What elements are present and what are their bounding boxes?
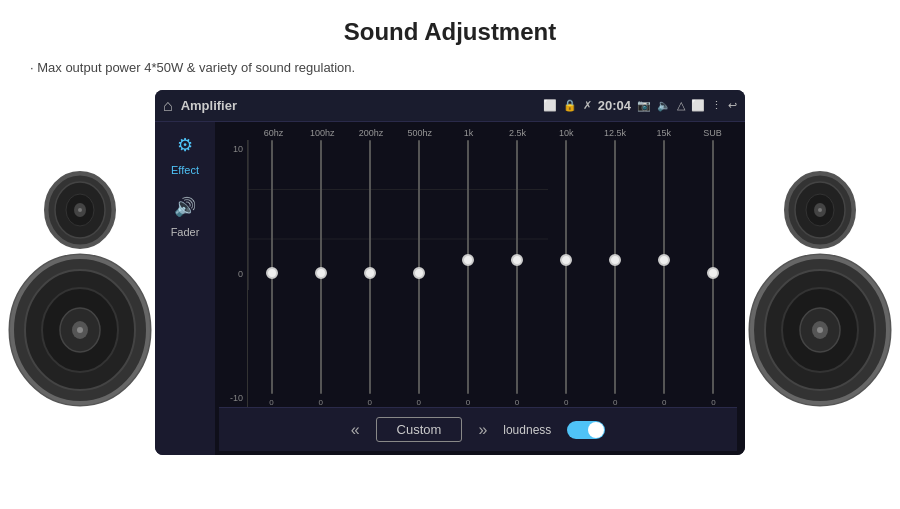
device-wrapper: ⌂ Amplifier ⬜ 🔒 ✗ 20:04 📷 🔈 △ ⬜ ⋮ ↩: [155, 90, 745, 455]
svg-point-11: [78, 208, 82, 212]
speaker-left-svg: [0, 110, 175, 420]
slider-col[interactable]: 0: [543, 140, 590, 407]
triangle-icon: △: [677, 99, 685, 112]
loudness-toggle[interactable]: [567, 421, 605, 439]
next-arrow[interactable]: »: [478, 421, 487, 439]
page-container: Sound Adjustment · Max output power 4*50…: [0, 0, 900, 509]
eq-slider-track[interactable]: [614, 140, 616, 394]
eq-slider-thumb[interactable]: [364, 267, 376, 279]
eq-bottom: « Custom » loudness: [219, 407, 737, 451]
freq-label: 15k: [639, 128, 688, 138]
slider-value: 0: [662, 398, 666, 407]
svg-point-27: [818, 208, 822, 212]
svg-point-5: [77, 327, 83, 333]
freq-label: 200hz: [347, 128, 396, 138]
status-bar: ⌂ Amplifier ⬜ 🔒 ✗ 20:04 📷 🔈 △ ⬜ ⋮ ↩: [155, 90, 745, 122]
slider-value: 0: [711, 398, 715, 407]
eq-slider-track[interactable]: [320, 140, 322, 394]
speaker-right-svg: [725, 110, 900, 420]
volume-icon: 🔈: [657, 99, 671, 112]
slider-col[interactable]: 0: [248, 140, 295, 407]
slider-value: 0: [368, 398, 372, 407]
effect-label[interactable]: Effect: [171, 164, 199, 176]
svg-point-21: [817, 327, 823, 333]
eq-sidebar: ⚙ Effect 🔊 Fader: [155, 122, 215, 455]
slider-col[interactable]: 0: [592, 140, 639, 407]
menu-icon: ⋮: [711, 99, 722, 112]
slider-col[interactable]: 0: [444, 140, 491, 407]
camera-icon: 📷: [637, 99, 651, 112]
freq-label: 60hz: [249, 128, 298, 138]
y-axis: 100-10: [219, 140, 247, 407]
equalizer-icon[interactable]: ⚙: [177, 134, 193, 156]
freq-labels: 60hz100hz200hz500hz1k2.5k10k12.5k15kSUB: [219, 128, 737, 140]
main-content: ⌂ Amplifier ⬜ 🔒 ✗ 20:04 📷 🔈 △ ⬜ ⋮ ↩: [0, 90, 900, 455]
eq-main: 60hz100hz200hz500hz1k2.5k10k12.5k15kSUB …: [215, 122, 745, 455]
prev-arrow[interactable]: «: [351, 421, 360, 439]
eq-slider-thumb[interactable]: [560, 254, 572, 266]
slider-col[interactable]: 0: [297, 140, 344, 407]
app-title: Amplifier: [181, 98, 543, 113]
eq-slider-thumb[interactable]: [707, 267, 719, 279]
screen-icon: ⬜: [691, 99, 705, 112]
no-sim-icon: ✗: [583, 99, 592, 112]
slider-col[interactable]: 0: [493, 140, 540, 407]
freq-label: 100hz: [298, 128, 347, 138]
eq-slider-thumb[interactable]: [511, 254, 523, 266]
time-display: 20:04: [598, 98, 631, 113]
slider-value: 0: [613, 398, 617, 407]
slider-value: 0: [417, 398, 421, 407]
eq-slider-track[interactable]: [565, 140, 567, 394]
freq-label: SUB: [688, 128, 737, 138]
page-title: Sound Adjustment: [0, 0, 900, 56]
slider-col[interactable]: 0: [395, 140, 442, 407]
eq-slider-track[interactable]: [418, 140, 420, 394]
fader-icon[interactable]: 🔊: [174, 196, 196, 218]
slider-col[interactable]: 0: [346, 140, 393, 407]
freq-label: 1k: [444, 128, 493, 138]
status-icons: ⬜ 🔒 ✗ 20:04 📷 🔈 △ ⬜ ⋮ ↩: [543, 98, 737, 113]
eq-slider-thumb[interactable]: [609, 254, 621, 266]
eq-slider-thumb[interactable]: [266, 267, 278, 279]
slider-value: 0: [318, 398, 322, 407]
eq-slider-track[interactable]: [271, 140, 273, 394]
sliders-container: 0000000000: [247, 140, 737, 407]
lock-icon: 🔒: [563, 99, 577, 112]
home-icon[interactable]: ⌂: [163, 97, 173, 115]
eq-slider-track[interactable]: [369, 140, 371, 394]
freq-label: 10k: [542, 128, 591, 138]
slider-value: 0: [515, 398, 519, 407]
slider-value: 0: [564, 398, 568, 407]
custom-button[interactable]: Custom: [376, 417, 463, 442]
eq-area: ⚙ Effect 🔊 Fader 60hz100hz200hz500hz1k2.…: [155, 122, 745, 455]
y-axis-label: 0: [219, 269, 247, 279]
eq-graph: 100-10 0000000000: [219, 140, 737, 407]
eq-slider-thumb[interactable]: [315, 267, 327, 279]
speaker-right-wrapper: [725, 110, 900, 420]
back-icon[interactable]: ↩: [728, 99, 737, 112]
eq-slider-track[interactable]: [663, 140, 665, 394]
slider-value: 0: [269, 398, 273, 407]
eq-slider-thumb[interactable]: [413, 267, 425, 279]
fader-label[interactable]: Fader: [171, 226, 200, 238]
freq-label: 12.5k: [591, 128, 640, 138]
device-screen: ⌂ Amplifier ⬜ 🔒 ✗ 20:04 📷 🔈 △ ⬜ ⋮ ↩: [155, 90, 745, 455]
slider-value: 0: [466, 398, 470, 407]
eq-slider-track[interactable]: [712, 140, 714, 394]
subtitle: · Max output power 4*50W & variety of so…: [0, 56, 900, 85]
slider-col[interactable]: 0: [690, 140, 737, 407]
toggle-knob: [588, 422, 604, 438]
freq-label: 2.5k: [493, 128, 542, 138]
speaker-left-wrapper: [0, 110, 175, 420]
loudness-label: loudness: [503, 423, 551, 437]
freq-label: 500hz: [395, 128, 444, 138]
slider-col[interactable]: 0: [641, 140, 688, 407]
eq-slider-track[interactable]: [467, 140, 469, 394]
eq-slider-track[interactable]: [516, 140, 518, 394]
eq-slider-thumb[interactable]: [658, 254, 670, 266]
y-axis-label: 10: [219, 144, 247, 154]
y-axis-label: -10: [219, 393, 247, 403]
eq-slider-thumb[interactable]: [462, 254, 474, 266]
screenshot-icon: ⬜: [543, 99, 557, 112]
